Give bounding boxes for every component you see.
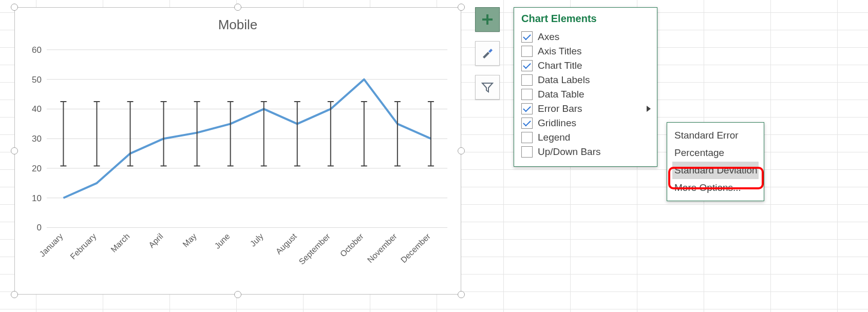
submenu-item-more-options[interactable]: More Options... [672,179,759,197]
x-tick: May [181,231,198,248]
x-tick: October [338,231,366,259]
chart-element-option-legend[interactable]: Legend [521,130,653,145]
option-label: Legend [538,132,570,143]
x-tick: July [249,231,265,248]
option-label: Axis Titles [538,46,582,57]
chart-object[interactable]: Mobile 0 10 20 30 40 50 60 [14,7,461,295]
y-tick: 60 [32,45,42,55]
submenu-item-percentage[interactable]: Percentage [672,144,759,162]
plus-icon [481,13,494,26]
resize-handle[interactable] [11,291,18,298]
chart-element-option-chart-title[interactable]: Chart Title [521,59,653,73]
chart-flyout-buttons [475,7,500,100]
checkbox-icon[interactable] [521,89,533,100]
paintbrush-icon [481,47,494,60]
chart-svg: 0 10 20 30 40 50 60 [24,38,451,285]
chart-filters-button[interactable] [475,75,500,100]
chart-element-option-updown-bars[interactable]: Up/Down Bars [521,145,653,159]
x-tick: June [213,231,232,250]
option-label: Up/Down Bars [538,146,601,158]
resize-handle[interactable] [458,291,465,298]
x-tick: December [399,231,432,264]
checkbox-icon[interactable] [521,146,533,158]
y-tick: 30 [32,134,42,144]
chart-element-option-error-bars[interactable]: Error Bars [521,102,653,116]
checkbox-icon[interactable] [521,60,533,71]
chart-elements-title: Chart Elements [521,13,653,25]
chart-elements-flyout: Chart Elements Axes Axis Titles Chart Ti… [514,7,657,167]
y-tick: 40 [32,104,42,114]
svg-rect-44 [482,18,493,21]
option-label: Data Table [538,89,584,100]
chart-element-option-axes[interactable]: Axes [521,30,653,44]
x-tick: April [147,231,165,249]
checkbox-icon[interactable] [521,31,533,43]
x-tick: February [68,231,98,261]
x-tick: March [109,231,131,254]
option-label: Error Bars [538,103,582,114]
resize-handle[interactable] [234,4,241,11]
x-tick: November [366,231,399,264]
chart-element-option-gridlines[interactable]: Gridlines [521,116,653,130]
submenu-item-standard-deviation[interactable]: Standard Deviation [672,162,759,179]
option-label: Data Labels [538,74,590,86]
option-label: Gridlines [538,118,576,129]
chart-plot-area[interactable]: 0 10 20 30 40 50 60 [24,38,451,285]
y-tick: 20 [32,164,42,173]
x-tick: August [274,231,299,256]
chart-element-option-axis-titles[interactable]: Axis Titles [521,44,653,59]
checkbox-icon[interactable] [521,103,533,114]
chart-element-option-data-table[interactable]: Data Table [521,87,653,102]
y-tick: 10 [32,193,42,203]
option-label: Chart Title [538,60,582,71]
resize-handle[interactable] [11,4,18,11]
error-bars-submenu: Standard Error Percentage Standard Devia… [667,122,764,201]
chart-element-option-data-labels[interactable]: Data Labels [521,73,653,87]
x-tick: January [37,231,64,258]
submenu-item-standard-error[interactable]: Standard Error [672,127,759,144]
chart-styles-button[interactable] [475,41,500,66]
checkbox-icon[interactable] [521,132,533,143]
option-label: Axes [538,31,559,43]
resize-handle[interactable] [234,291,241,298]
chart-title[interactable]: Mobile [15,17,461,33]
resize-handle[interactable] [458,4,465,11]
y-tick: 50 [32,75,42,85]
checkbox-icon[interactable] [521,74,533,86]
y-tick: 0 [36,223,41,232]
checkbox-icon[interactable] [521,46,533,57]
chart-elements-button[interactable] [475,7,500,32]
x-tick: September [297,231,332,266]
funnel-icon [481,81,494,94]
resize-handle[interactable] [458,147,465,154]
resize-handle[interactable] [11,147,18,154]
checkbox-icon[interactable] [521,118,533,129]
submenu-arrow-icon[interactable] [647,106,651,112]
